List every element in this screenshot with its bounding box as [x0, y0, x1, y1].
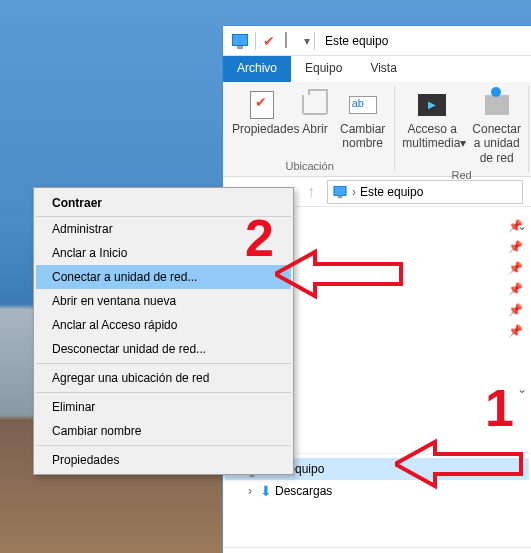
- annotation-1: 1: [485, 378, 514, 438]
- conectar-red-button[interactable]: Conectar a unidad de red: [467, 86, 526, 167]
- ctx-propiedades[interactable]: Propiedades: [36, 448, 291, 472]
- qat-properties-icon[interactable]: ✔: [263, 33, 279, 49]
- pin-icon: 📌: [507, 303, 523, 317]
- qat-newfolder-icon[interactable]: [285, 33, 301, 49]
- abrir-label: Abrir: [302, 122, 327, 136]
- separator: [255, 32, 256, 50]
- ribbon-group-ubicacion: Propiedades Abrir Cambiar nombre Ubicaci…: [225, 86, 395, 172]
- computer-icon: [232, 33, 248, 49]
- annotation-2: 2: [245, 208, 274, 268]
- ribbon-tabs: Archivo Equipo Vista: [223, 56, 531, 82]
- address-field[interactable]: › Este equipo: [327, 180, 523, 204]
- nav-up-button[interactable]: ↑: [299, 180, 323, 204]
- expand-chevron-icon[interactable]: ⌄: [517, 219, 527, 233]
- open-icon: [302, 95, 328, 115]
- ctx-conectar-red[interactable]: Conectar a unidad de red...: [36, 265, 291, 289]
- ctx-separator: [36, 392, 291, 393]
- group-label-red: Red: [452, 169, 472, 181]
- tree-label: Descargas: [275, 484, 332, 498]
- ctx-agregar-ubicacion[interactable]: Agregar una ubicación de red: [36, 366, 291, 390]
- expand-chevron-icon[interactable]: ⌄: [517, 382, 527, 396]
- pin-icon: 📌: [507, 240, 523, 254]
- computer-icon: [332, 184, 348, 199]
- group-label-ubicacion: Ubicación: [285, 160, 333, 172]
- rename-icon: [349, 96, 377, 114]
- cambiar-label: Cambiar nombre: [338, 122, 387, 151]
- tree-descargas[interactable]: › ⬇ Descargas: [225, 480, 529, 502]
- acceso-label: Acceso a multimedia▾: [402, 122, 462, 151]
- desktop-wallpaper: ✔ ▾ Este equipo Archivo Equipo Vista Pro…: [0, 0, 531, 553]
- status-bar: 13 elementos: [223, 547, 531, 553]
- expand-chevron-icon[interactable]: ›: [243, 484, 257, 498]
- propiedades-button[interactable]: Propiedades: [227, 86, 297, 158]
- ribbon: Propiedades Abrir Cambiar nombre Ubicaci…: [223, 82, 531, 177]
- abrir-button[interactable]: Abrir: [297, 86, 333, 158]
- pin-icon: 📌: [507, 282, 523, 296]
- tab-equipo[interactable]: Equipo: [291, 56, 356, 82]
- address-root[interactable]: Este equipo: [360, 185, 423, 199]
- ctx-abrir-ventana[interactable]: Abrir en ventana nueva: [36, 289, 291, 313]
- downloads-icon: ⬇: [257, 483, 275, 499]
- ctx-separator: [36, 445, 291, 446]
- media-icon: [418, 94, 446, 116]
- pin-icon: 📌: [507, 261, 523, 275]
- ctx-cambiar-nombre[interactable]: Cambiar nombre: [36, 419, 291, 443]
- propiedades-label: Propiedades: [232, 122, 292, 136]
- separator: [314, 32, 315, 50]
- network-drive-icon: [485, 95, 509, 115]
- titlebar: ✔ ▾ Este equipo: [223, 26, 531, 56]
- qat-dropdown-icon[interactable]: ▾: [304, 34, 310, 48]
- ctx-eliminar[interactable]: Eliminar: [36, 395, 291, 419]
- conectar-label: Conectar a unidad de red: [472, 122, 521, 165]
- acceso-multimedia-button[interactable]: Acceso a multimedia▾: [397, 86, 467, 167]
- pin-icon: 📌: [507, 324, 523, 338]
- tab-vista[interactable]: Vista: [356, 56, 410, 82]
- chevron-right-icon: ›: [352, 185, 356, 199]
- cambiar-nombre-button[interactable]: Cambiar nombre: [333, 86, 392, 158]
- ribbon-group-red: Acceso a multimedia▾ Conectar a unidad d…: [395, 86, 529, 172]
- window-title: Este equipo: [325, 34, 388, 48]
- ctx-anclar-rapido[interactable]: Anclar al Acceso rápido: [36, 313, 291, 337]
- tab-archivo[interactable]: Archivo: [223, 56, 291, 82]
- ctx-desconectar[interactable]: Desconectar unidad de red...: [36, 337, 291, 361]
- ctx-separator: [36, 363, 291, 364]
- properties-icon: [250, 91, 274, 119]
